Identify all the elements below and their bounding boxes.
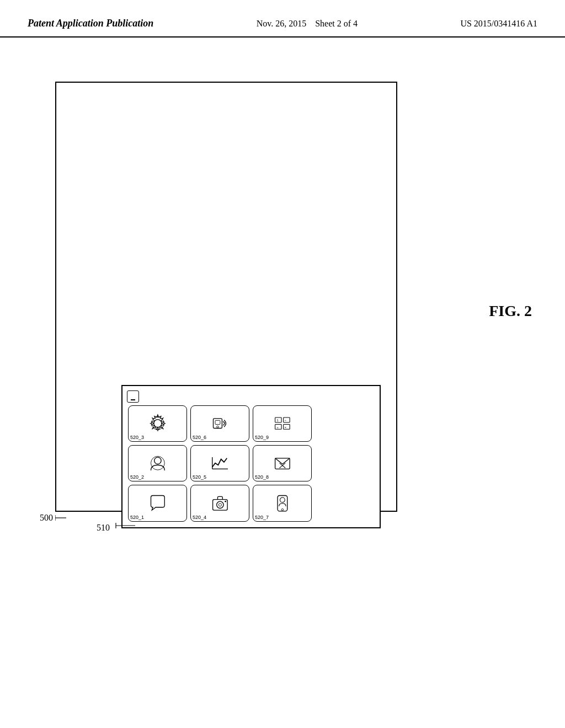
svg-point-33 [216, 501, 223, 508]
svg-text:×: × [284, 425, 286, 429]
svg-point-37 [280, 497, 285, 502]
app-cell-520-9[interactable]: 520_9 1 ÷ + × [253, 405, 312, 442]
empty-cell-r1c4 [315, 405, 374, 442]
svg-point-38 [281, 508, 284, 511]
sheet-info: Sheet 2 of 4 [315, 19, 358, 28]
svg-point-24 [151, 457, 164, 470]
camera-icon [204, 494, 236, 513]
label-510: 510 [97, 523, 110, 533]
app-grid: 520_3 [128, 405, 374, 522]
svg-point-34 [218, 503, 221, 506]
app-label-520-8: 520_8 [255, 474, 269, 480]
app-cell-520-2[interactable]: 520_2 [128, 445, 187, 481]
app-label-520-4: 520_4 [193, 515, 206, 520]
app-label-520-9: 520_9 [255, 435, 269, 440]
patent-number: US 2015/0341416 A1 [460, 17, 537, 31]
label-500-bracket [55, 514, 72, 522]
media-player-icon [204, 414, 236, 433]
svg-text:1: 1 [276, 418, 279, 422]
inner-device: 520_3 [121, 385, 381, 528]
svg-rect-12 [215, 420, 220, 424]
patent-publication-label: Patent Application Publication [28, 17, 153, 30]
header-date-sheet: Nov. 26, 2015 Sheet 2 of 4 [257, 17, 358, 31]
app-cell-520-4[interactable]: 520_4 [190, 485, 249, 521]
empty-cell-r3c4 [315, 485, 374, 521]
page-header: Patent Application Publication Nov. 26, … [0, 0, 565, 38]
app-cell-520-5[interactable]: 520_5 [190, 445, 249, 481]
calculator-icon: 1 ÷ + × [266, 414, 299, 433]
contacts-icon [142, 453, 174, 473]
app-cell-520-6[interactable]: 520_6 [190, 405, 249, 442]
svg-text:+: + [276, 425, 279, 429]
label-510-bracket [113, 520, 141, 531]
svg-rect-11 [213, 419, 222, 429]
app-cell-520-1[interactable]: 520_1 [128, 485, 187, 521]
page-content: FIG. 2 520_3 [0, 38, 565, 710]
svg-line-29 [282, 458, 290, 464]
svg-line-28 [275, 458, 282, 464]
chart-icon [204, 453, 236, 473]
device-status-icon [127, 390, 139, 403]
app-cell-520-3[interactable]: 520_3 [128, 405, 187, 442]
mail-icon [266, 453, 299, 473]
empty-cell-r2c4 [315, 445, 374, 481]
starburst-icon [142, 414, 174, 433]
speech-bubble-icon [142, 494, 174, 513]
phone-icon [266, 494, 299, 513]
svg-text:÷: ÷ [284, 418, 286, 422]
app-label-520-1: 520_1 [130, 515, 144, 520]
app-label-520-7: 520_7 [255, 515, 269, 520]
svg-point-23 [154, 457, 161, 464]
figure-label: FIG. 2 [489, 302, 532, 320]
svg-point-13 [216, 426, 218, 428]
label-500: 500 [40, 513, 53, 523]
app-label-520-5: 520_5 [193, 474, 206, 480]
svg-point-35 [225, 501, 226, 502]
publication-date: Nov. 26, 2015 [257, 19, 307, 28]
app-cell-520-7[interactable]: 520_7 [253, 485, 312, 521]
app-label-520-6: 520_6 [193, 435, 206, 440]
app-label-520-3: 520_3 [130, 435, 144, 440]
app-label-520-2: 520_2 [130, 474, 144, 480]
svg-point-0 [153, 420, 161, 427]
app-cell-520-8[interactable]: 520_8 [253, 445, 312, 481]
